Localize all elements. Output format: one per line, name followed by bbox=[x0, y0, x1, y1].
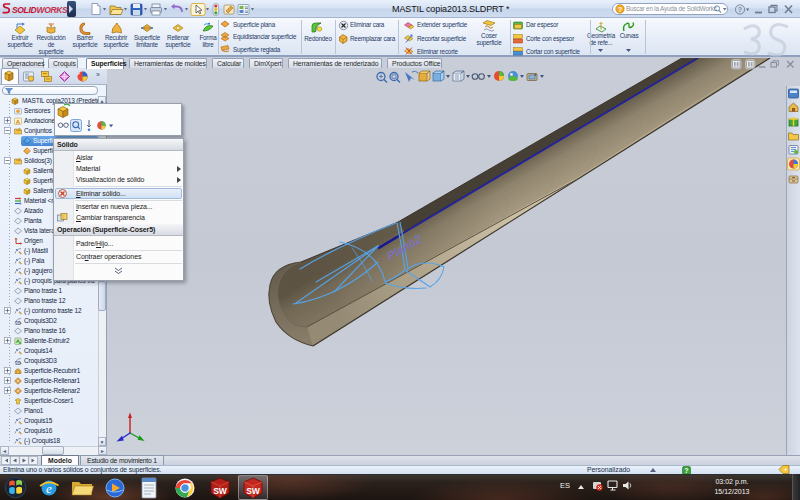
svg-text:superficie: superficie bbox=[166, 41, 192, 49]
svg-text:Buscar en la Ayuda de SolidWor: Buscar en la Ayuda de SolidWorks bbox=[626, 5, 717, 13]
svg-text:Corte con espesor: Corte con espesor bbox=[526, 35, 574, 43]
svg-text:3D: 3D bbox=[15, 361, 22, 366]
svg-text:Eliminar recorte: Eliminar recorte bbox=[417, 48, 459, 55]
svg-text:de: de bbox=[48, 41, 55, 48]
svg-text:Recubrir: Recubrir bbox=[105, 34, 127, 41]
svg-text:limitante: limitante bbox=[136, 41, 158, 48]
svg-text:Geometría: Geometría bbox=[587, 32, 616, 39]
svg-text:superficie: superficie bbox=[39, 48, 65, 56]
svg-text:superficie: superficie bbox=[104, 41, 130, 49]
svg-text:Dar espesor: Dar espesor bbox=[526, 21, 558, 29]
svg-text:WORKS: WORKS bbox=[37, 5, 69, 15]
svg-text:Superficie plana: Superficie plana bbox=[233, 21, 276, 29]
svg-text:superficie: superficie bbox=[73, 41, 99, 49]
svg-text:de refe...: de refe... bbox=[590, 39, 613, 46]
svg-text:Curvas: Curvas bbox=[620, 32, 639, 39]
svg-text:Eliminar cara: Eliminar cara bbox=[350, 21, 385, 28]
svg-text:SW: SW bbox=[213, 486, 228, 496]
svg-text:Reemplazar cara: Reemplazar cara bbox=[350, 35, 396, 43]
svg-text:Coser: Coser bbox=[481, 32, 497, 39]
svg-text:Extruir: Extruir bbox=[12, 34, 29, 41]
svg-text:SW: SW bbox=[246, 486, 261, 496]
svg-text:Barrer: Barrer bbox=[77, 34, 93, 41]
svg-text:3D: 3D bbox=[15, 321, 22, 326]
svg-text:SOLID: SOLID bbox=[12, 5, 36, 15]
svg-text:Forma: Forma bbox=[199, 34, 217, 41]
svg-text:Cortar con superficie: Cortar con superficie bbox=[526, 48, 581, 56]
svg-text:Superficie reglada: Superficie reglada bbox=[233, 46, 281, 54]
svg-text:Equidistanciar superficie: Equidistanciar superficie bbox=[233, 33, 297, 41]
svg-text:libre: libre bbox=[203, 41, 215, 48]
svg-text:A: A bbox=[16, 119, 21, 125]
svg-text:superficie: superficie bbox=[8, 41, 34, 49]
svg-text:Redondeo: Redondeo bbox=[304, 35, 332, 42]
svg-text:?: ? bbox=[618, 5, 623, 14]
svg-text:Recortar superficie: Recortar superficie bbox=[417, 35, 467, 43]
svg-text:Revolución: Revolución bbox=[36, 34, 66, 41]
svg-text:Rellenar: Rellenar bbox=[167, 34, 189, 41]
svg-text:superficie: superficie bbox=[477, 39, 503, 47]
svg-text:?: ? bbox=[738, 6, 742, 13]
svg-text:?: ? bbox=[684, 467, 688, 474]
svg-text:Extender superficie: Extender superficie bbox=[417, 21, 468, 29]
